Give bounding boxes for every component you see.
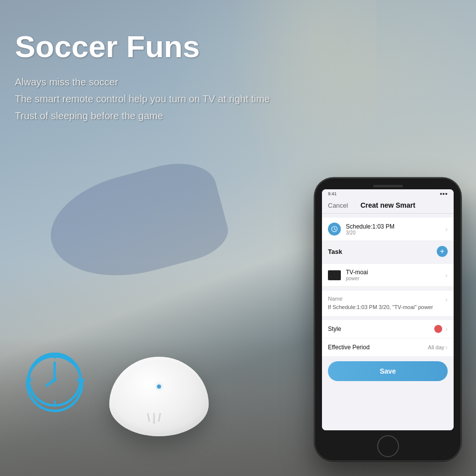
shine-line-1	[147, 413, 150, 422]
schedule-time: Schedule:1:03 PM	[346, 223, 445, 230]
smart-device	[109, 357, 209, 436]
effective-period-section[interactable]: Effective Period All day ›	[322, 338, 454, 356]
nav-title: Creat new Smart	[360, 201, 415, 209]
style-chevron: ›	[445, 325, 448, 333]
style-right: ›	[434, 325, 448, 333]
save-button[interactable]: Save	[328, 361, 448, 381]
tv-icon	[328, 270, 341, 280]
clock-small-icon	[331, 226, 338, 233]
phone-home-button[interactable]	[377, 435, 399, 457]
status-time: 9:41	[328, 191, 337, 196]
status-icons: ●●●	[440, 191, 448, 196]
task-name: TV-moai	[346, 269, 445, 276]
shine-line-3	[158, 413, 161, 422]
task-info: TV-moai power	[346, 269, 445, 281]
task-section-header: Task +	[322, 241, 454, 260]
status-bar: 9:41 ●●●	[322, 189, 454, 198]
phone-screen: 9:41 ●●● Cancel Creat new Smart	[322, 189, 454, 430]
name-row: Name If Schedule:1:03 PM 3/20, "TV-moai"…	[328, 296, 448, 311]
name-section: Name If Schedule:1:03 PM 3/20, "TV-moai"…	[322, 291, 454, 316]
clock-icon	[20, 345, 89, 414]
schedule-row[interactable]: Schedule:1:03 PM 3/20 ›	[322, 218, 454, 241]
svg-point-3	[53, 378, 57, 382]
task-row[interactable]: TV-moai power ›	[322, 264, 454, 287]
schedule-date: 3/20	[346, 230, 445, 236]
task-card: TV-moai power ›	[322, 264, 454, 287]
name-content: Name If Schedule:1:03 PM 3/20, "TV-moai"…	[328, 296, 433, 311]
clock-icon-wrap	[20, 345, 89, 416]
name-field-label: Name	[328, 296, 433, 302]
subtitle-line-2: The smart remote control help you turn o…	[15, 90, 476, 107]
task-label: Task	[328, 248, 342, 255]
schedule-icon	[328, 223, 341, 236]
phone-outer: 9:41 ●●● Cancel Creat new Smart	[315, 178, 461, 461]
cancel-button[interactable]: Cancel	[328, 202, 348, 209]
device-shine	[148, 413, 160, 424]
style-label: Style	[328, 325, 341, 332]
task-chevron: ›	[445, 271, 448, 279]
add-task-button[interactable]: +	[437, 246, 448, 257]
schedule-chevron: ›	[445, 225, 448, 233]
main-content: Soccer Funs Always miss the soccer The s…	[0, 0, 476, 476]
effective-label: Effective Period	[328, 344, 370, 351]
main-title: Soccer Funs	[15, 30, 476, 64]
save-section: Save	[322, 356, 454, 386]
name-field-value: If Schedule:1:03 PM 3/20, "TV-moai" powe…	[328, 304, 433, 311]
task-action: power	[346, 276, 445, 281]
screen-content: Schedule:1:03 PM 3/20 › Task +	[322, 214, 454, 430]
phone: 9:41 ●●● Cancel Creat new Smart	[315, 178, 461, 461]
style-section[interactable]: Style ›	[322, 320, 454, 338]
subtitle-block: Always miss the soccer The smart remote …	[15, 74, 476, 124]
subtitle-line-1: Always miss the soccer	[15, 74, 476, 90]
effective-value: All day ›	[428, 343, 448, 351]
device-body	[109, 357, 209, 436]
schedule-section: Schedule:1:03 PM 3/20 ›	[322, 218, 454, 241]
shine-line-2	[154, 413, 155, 424]
navigation-bar: Cancel Creat new Smart	[322, 198, 454, 214]
name-chevron: ›	[445, 296, 448, 304]
phone-speaker	[373, 185, 403, 187]
svg-line-11	[334, 229, 336, 230]
subtitle-line-3: Trust of sleeping before the game	[15, 107, 476, 124]
text-section: Soccer Funs Always miss the soccer The s…	[15, 30, 476, 124]
schedule-info: Schedule:1:03 PM 3/20	[346, 223, 445, 236]
device-indicator-dot	[157, 385, 161, 389]
effective-chevron: ›	[445, 343, 448, 351]
style-color-dot	[434, 325, 442, 333]
effective-period-text: All day	[428, 344, 444, 350]
